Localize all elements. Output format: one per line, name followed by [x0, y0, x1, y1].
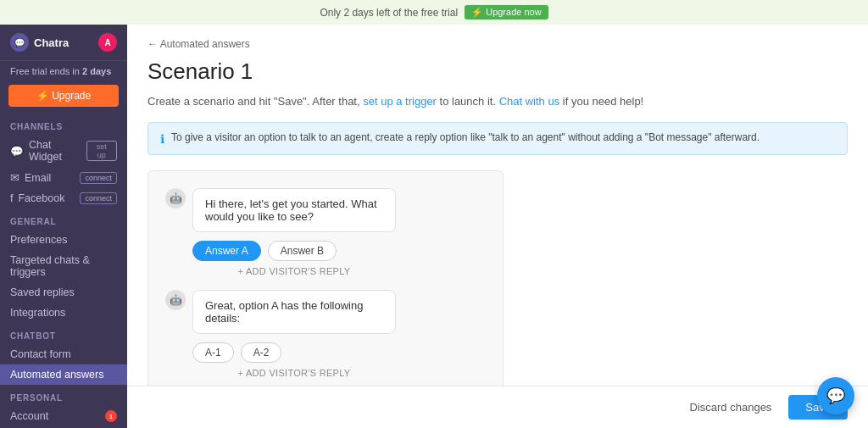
- chat-with-us-link[interactable]: Chat with us: [499, 95, 560, 108]
- account-notification-dot: 1: [105, 410, 117, 422]
- chat-widget-fab[interactable]: 💬: [817, 377, 854, 414]
- sidebar-item-preferences[interactable]: Preferences: [0, 230, 127, 250]
- reply-button-a2[interactable]: A-2: [241, 342, 282, 363]
- sidebar-item-saved-replies[interactable]: Saved replies: [0, 282, 127, 303]
- message-bubble-2[interactable]: Great, option A has the following detail…: [192, 290, 396, 334]
- banner-text: Only 2 days left of the free trial: [320, 7, 458, 19]
- app-logo: 💬 Chatra: [10, 33, 69, 52]
- chat-widget-icon: 💬: [10, 145, 24, 158]
- info-box-text: To give a visitor an option to talk to a…: [171, 131, 760, 143]
- bot-message-1: 🤖 Hi there, let's get you started. What …: [165, 188, 486, 276]
- sidebar-item-facebook[interactable]: f Facebook connect: [0, 188, 127, 208]
- section-label-chatbot: Chatbot: [0, 323, 127, 344]
- scenario-area: 🤖 Hi there, let's get you started. What …: [147, 170, 504, 386]
- add-visitor-reply-1[interactable]: + ADD VISITOR'S REPLY: [192, 266, 396, 276]
- reply-options-1: Answer A Answer B: [192, 241, 396, 261]
- sidebar-item-targeted-chats[interactable]: Targeted chats & triggers: [0, 250, 127, 282]
- section-label-general: General: [0, 208, 127, 230]
- reply-button-a1[interactable]: A-1: [192, 342, 234, 363]
- page-description: Create a scenario and hit "Save". After …: [147, 93, 848, 110]
- message-bubble-1[interactable]: Hi there, let's get you started. What wo…: [192, 188, 396, 232]
- facebook-connect-badge[interactable]: connect: [80, 192, 117, 204]
- info-box: ℹ To give a visitor an option to talk to…: [147, 122, 848, 155]
- info-icon: ℹ: [160, 132, 164, 146]
- main-footer: Discard changes Save: [127, 386, 868, 428]
- email-icon: ✉: [10, 171, 19, 184]
- sidebar-item-integrations[interactable]: Integrations: [0, 303, 127, 323]
- sidebar-item-automated-answers[interactable]: Automated answers: [0, 364, 127, 385]
- set-up-trigger-link[interactable]: set up a trigger: [363, 95, 437, 108]
- sidebar-item-chat-widget[interactable]: 💬 Chat Widget set up: [0, 135, 127, 167]
- trial-banner: Only 2 days left of the free trial ⚡ Upg…: [0, 0, 868, 25]
- sidebar-item-contact-form[interactable]: Contact form: [0, 344, 127, 364]
- bot-avatar-1: 🤖: [165, 188, 186, 208]
- avatar[interactable]: A: [98, 33, 117, 52]
- logo-text: Chatra: [34, 36, 69, 49]
- bot-avatar-2: 🤖: [165, 290, 186, 310]
- breadcrumb[interactable]: ← Automated answers: [147, 38, 848, 50]
- sidebar-item-account[interactable]: Account 1: [0, 406, 127, 426]
- main-scroll-area: ← Automated answers Scenario 1 Create a …: [127, 25, 868, 386]
- reply-options-2: A-1 A-2: [192, 342, 396, 363]
- logo-icon: 💬: [10, 33, 29, 52]
- sidebar-header: 💬 Chatra A: [0, 25, 127, 61]
- reply-button-b[interactable]: Answer B: [268, 241, 337, 261]
- page-title: Scenario 1: [147, 58, 848, 85]
- add-visitor-reply-2[interactable]: + ADD VISITOR'S REPLY: [192, 368, 396, 378]
- sidebar: 💬 Chatra A Free trial ends in 2 days ⚡ U…: [0, 25, 127, 428]
- setup-badge[interactable]: set up: [86, 141, 117, 161]
- discard-button[interactable]: Discard changes: [682, 396, 781, 419]
- main-content: ← Automated answers Scenario 1 Create a …: [127, 25, 868, 428]
- upgrade-button[interactable]: ⚡ Upgrade: [8, 85, 119, 107]
- facebook-icon: f: [10, 192, 13, 204]
- sidebar-item-email[interactable]: ✉ Email connect: [0, 167, 127, 188]
- bot-message-2: 🤖 Great, option A has the following deta…: [165, 290, 486, 378]
- section-label-personal: Personal: [0, 385, 127, 406]
- email-connect-badge[interactable]: connect: [80, 172, 117, 184]
- reply-button-a[interactable]: Answer A: [192, 241, 261, 261]
- trial-text: Free trial ends in 2 days: [0, 61, 127, 81]
- chat-fab-icon: 💬: [826, 386, 845, 405]
- section-label-channels: Channels: [0, 114, 127, 135]
- banner-upgrade-button[interactable]: ⚡ Upgrade now: [465, 5, 548, 19]
